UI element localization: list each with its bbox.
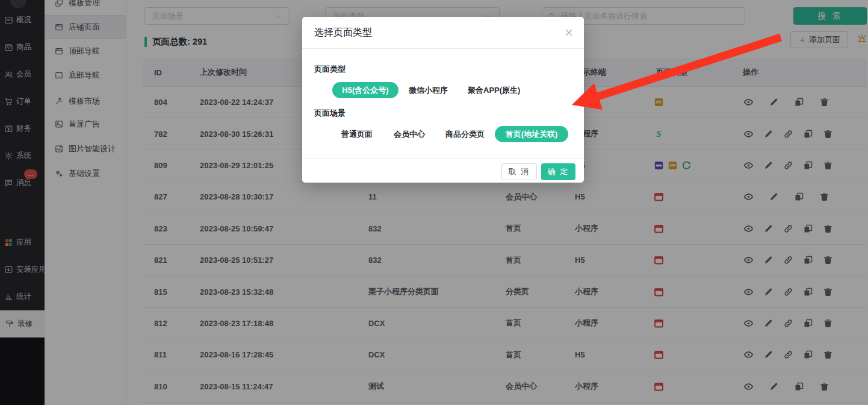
select-page-type-modal: 选择页面类型 页面类型 H5(含公众号) 微信小程序 聚合APP(原生) 页面场… [302, 17, 584, 183]
modal-header: 选择页面类型 [302, 17, 584, 49]
close-icon[interactable] [563, 27, 574, 38]
confirm-button[interactable]: 确 定 [541, 163, 575, 180]
page-scene-option-member[interactable]: 会员中心 [394, 126, 425, 142]
page-scene-option-normal[interactable]: 普通页面 [341, 126, 373, 142]
modal-title: 选择页面类型 [314, 17, 372, 48]
page-type-option-h5[interactable]: H5(含公众号) [332, 82, 398, 98]
page-scene-option-category[interactable]: 商品分类页 [445, 126, 485, 142]
page-type-option-weapp[interactable]: 微信小程序 [409, 82, 448, 98]
page-scene-option-home[interactable]: 首页(地址关联) [495, 126, 568, 142]
page-scene-section-label: 页面场景 [314, 108, 346, 119]
cancel-button[interactable]: 取 消 [501, 163, 537, 180]
page-type-option-app[interactable]: 聚合APP(原生) [468, 82, 520, 98]
page-type-section-label: 页面类型 [314, 64, 346, 75]
